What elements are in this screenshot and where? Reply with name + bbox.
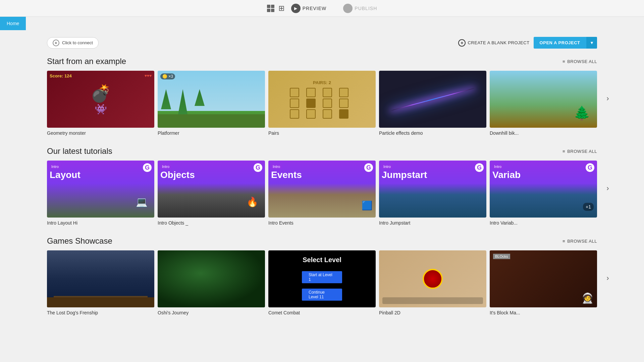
intro-badge-objects: Intro <box>160 164 171 169</box>
thumb-comet: Select Level Start at Level 1 Continue L… <box>268 250 376 307</box>
examples-header: Start from an example ≡ BROWSE ALL <box>47 57 597 66</box>
examples-section: Start from an example ≡ BROWSE ALL Score… <box>47 57 597 136</box>
card-particles[interactable]: Particle effects demo <box>379 71 486 136</box>
examples-title: Start from an example <box>47 57 126 66</box>
intro-badge-layout: Intro <box>50 164 60 169</box>
card-label-pairs: Pairs <box>268 130 376 136</box>
home-nav-item[interactable]: Home <box>0 17 26 30</box>
nav-bar: Home <box>0 17 644 30</box>
connect-label: Click to connect <box>62 40 93 45</box>
menu-icon[interactable] <box>267 5 274 12</box>
top-bar: ⊕ Click to connect + CREATE A BLANK PROJ… <box>47 37 597 49</box>
card-label-geometry: Geometry monster <box>47 130 154 136</box>
thumb-layout: G Intro Layout 💻 <box>47 161 154 218</box>
thumb-variable: G Intro Variab +1 <box>490 161 597 218</box>
open-project-button[interactable]: OPEN A PROJECT ▾ <box>534 37 597 49</box>
lives-badge: 🟡 ×3 <box>160 73 175 79</box>
geo-hearts: ♥♥♥ <box>145 73 152 78</box>
geo-score: Score: 124 <box>50 73 72 78</box>
card-label-downhill: Downhill bik... <box>490 130 597 136</box>
intro-title-variable: Variab <box>492 170 521 180</box>
tutorials-section: Our latest tutorials ≡ BROWSE ALL G Intr… <box>47 146 597 226</box>
create-blank-button[interactable]: + CREATE A BLANK PROJECT <box>458 39 529 47</box>
publish-icon <box>343 4 353 13</box>
thumb-geometry: Score: 124 ♥♥♥ 💣 👾 <box>47 71 154 128</box>
plus-icon: + <box>458 39 466 47</box>
showcase-browse-all[interactable]: ≡ BROWSE ALL <box>562 239 597 244</box>
preview-button[interactable]: ▶ PREVIEW <box>291 4 327 13</box>
card-intro-objects[interactable]: G Intro Objects 🔥 Intro Objects _ <box>158 161 265 226</box>
card-label-particles: Particle effects demo <box>379 130 486 136</box>
intro-badge-events: Intro <box>271 164 282 169</box>
objects-thumb-art: 🔥 <box>247 196 258 207</box>
publish-button[interactable]: PUBLISH <box>343 4 377 13</box>
thumb-platformer: 🟡 ×3 <box>158 71 265 128</box>
thumb-pairs: PAIRS: 2 <box>268 71 376 128</box>
card-label-jumpstart: Intro Jumpstart <box>379 220 486 226</box>
card-label-oshi: Oshi's Journey <box>158 310 265 315</box>
examples-browse-label: BROWSE ALL <box>567 59 597 64</box>
astronaut-icon: 🧑‍🚀 <box>581 292 594 304</box>
events-thumb-art: 🟦 <box>362 200 372 211</box>
thumb-downhill: 🌲 <box>490 71 597 128</box>
top-bar-right: + CREATE A BLANK PROJECT OPEN A PROJECT … <box>458 37 597 49</box>
card-oshi[interactable]: Oshi's Journey <box>158 250 265 315</box>
intro-badge-jumpstart: Intro <box>382 164 392 169</box>
examples-scroll-right[interactable]: › <box>602 93 614 105</box>
layout-thumb-art: 💻 <box>136 196 148 207</box>
intro-title-objects: Objects <box>160 170 195 180</box>
thumb-lostdog <box>47 250 154 307</box>
card-intro-layout[interactable]: G Intro Layout 💻 Intro Layout Hi <box>47 161 154 226</box>
card-platformer[interactable]: 🟡 ×3 Platformer <box>158 71 265 136</box>
showcase-cards-row: The Lost Dog's Frenship Oshi's Journey S… <box>47 250 597 315</box>
level-btn-2: Continue Level 11 <box>302 289 342 301</box>
home-nav-label: Home <box>7 21 19 26</box>
app-header: ⊞ ▶ PREVIEW PUBLISH <box>0 0 644 17</box>
tutorials-cards-row: G Intro Layout 💻 Intro Layout Hi G <box>47 161 597 226</box>
examples-browse-all[interactable]: ≡ BROWSE ALL <box>562 59 597 64</box>
browse-all-icon3: ≡ <box>562 239 565 244</box>
open-project-label: OPEN A PROJECT <box>534 37 586 49</box>
card-label-pinball: Pinball 2D <box>379 310 486 315</box>
thumb-jumpstart: G Intro Jumpstart <box>379 161 486 218</box>
plat-ground <box>158 114 265 128</box>
connect-button[interactable]: ⊕ Click to connect <box>47 37 99 49</box>
plat-trees <box>161 89 205 116</box>
gdevelop-logo-jumpstart: G <box>475 163 484 172</box>
play-icon: ▶ <box>291 4 301 13</box>
card-comet[interactable]: Select Level Start at Level 1 Continue L… <box>268 250 376 315</box>
tutorials-cards-container: G Intro Layout 💻 Intro Layout Hi G <box>47 161 597 226</box>
card-pairs[interactable]: PAIRS: 2 <box>268 71 376 136</box>
thumb-pinball <box>379 250 486 307</box>
intro-title-layout: Layout <box>50 170 80 180</box>
card-downhill[interactable]: 🌲 Downhill bik... <box>490 71 597 136</box>
card-lostdog[interactable]: The Lost Dog's Frenship <box>47 250 154 315</box>
card-pinball[interactable]: Pinball 2D <box>379 250 486 315</box>
level-btn-1: Start at Level 1 <box>302 271 342 283</box>
tutorials-scroll-right[interactable]: › <box>602 182 614 194</box>
create-blank-label: CREATE A BLANK PROJECT <box>468 40 529 45</box>
select-level-title: Select Level <box>303 256 341 264</box>
open-project-dropdown-arrow[interactable]: ▾ <box>586 37 597 49</box>
tutorials-browse-label: BROWSE ALL <box>567 149 597 154</box>
pairs-grid <box>290 88 354 119</box>
thumb-particles <box>379 71 486 128</box>
card-blocks[interactable]: BLOcks 🧑‍🚀 It's Block Ma... <box>490 250 597 315</box>
card-intro-variable[interactable]: G Intro Variab +1 Intro Variab... <box>490 161 597 226</box>
thumb-oshi <box>158 250 265 307</box>
browse-all-icon: ≡ <box>562 59 565 64</box>
card-geometry-monster[interactable]: Score: 124 ♥♥♥ 💣 👾 Geometry monster <box>47 71 154 136</box>
thumb-events: G Intro Events 🟦 <box>268 161 376 218</box>
card-intro-events[interactable]: G Intro Events 🟦 Intro Events <box>268 161 376 226</box>
intro-badge-variable: Intro <box>492 164 503 169</box>
card-label-variable: Intro Variab... <box>490 220 597 226</box>
thumb-objects: G Intro Objects 🔥 <box>158 161 265 218</box>
tutorials-browse-all[interactable]: ≡ BROWSE ALL <box>562 149 597 154</box>
card-intro-jumpstart[interactable]: G Intro Jumpstart Intro Jumpstart <box>379 161 486 226</box>
gdevelop-logo-layout: G <box>143 163 152 172</box>
connect-icon: ⊕ <box>53 40 59 46</box>
processor-icon: ⊞ <box>278 4 284 13</box>
card-label-blocks: It's Block Ma... <box>490 310 597 315</box>
showcase-scroll-right[interactable]: › <box>602 272 614 284</box>
thumb-blocks: BLOcks 🧑‍🚀 <box>490 250 597 307</box>
